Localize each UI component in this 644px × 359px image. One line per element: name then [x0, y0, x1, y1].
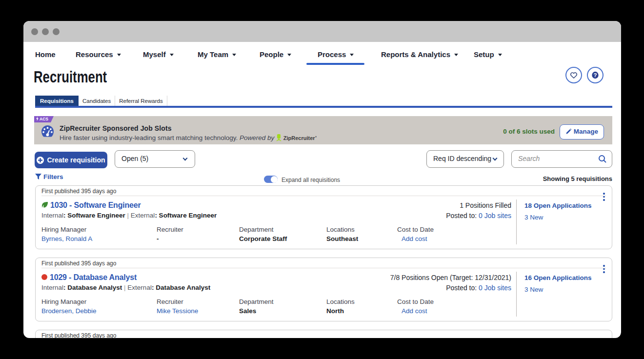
svg-text:?: ?: [593, 72, 597, 78]
